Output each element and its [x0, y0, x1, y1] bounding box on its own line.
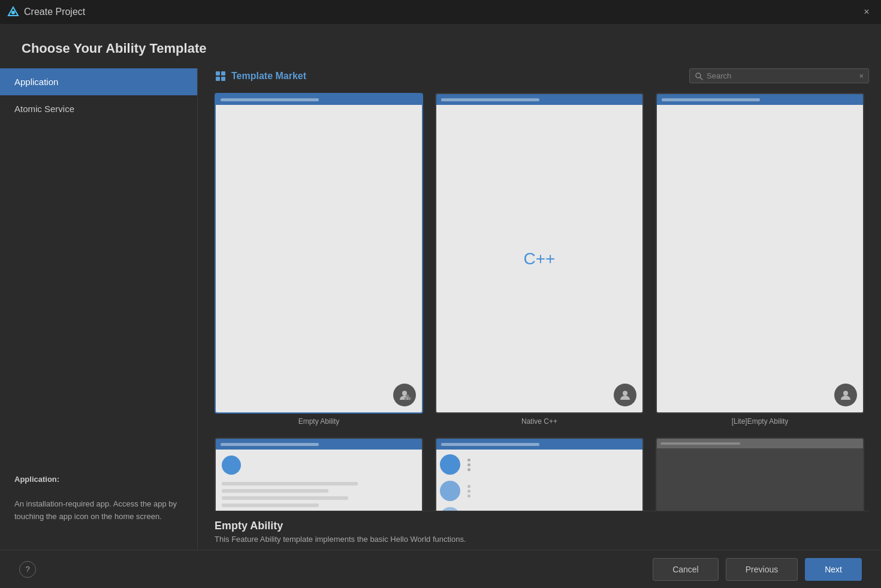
cancel-button[interactable]: Cancel: [653, 558, 719, 581]
right-panel: Template Market ×: [198, 68, 881, 550]
footer-buttons: Cancel Previous Next: [653, 558, 862, 581]
svg-rect-2: [216, 71, 220, 76]
template-card-one-ability[interactable]: One Ability: [215, 438, 423, 511]
template-label-lite-empty: [Lite]Empty Ability: [732, 417, 789, 426]
left-panel: Application Atomic Service Application: …: [0, 68, 198, 550]
selected-template-name: Empty Ability: [215, 520, 869, 532]
left-panel-description: Application: An installation-required ap…: [0, 459, 197, 538]
template-thumb-native-cpp[interactable]: C++: [435, 93, 644, 414]
svg-point-13: [843, 391, 848, 396]
template-thumb-lite-empty[interactable]: [656, 93, 864, 414]
template-card-native-cpp[interactable]: C++: [435, 93, 644, 426]
template-thumb-list-ability[interactable]: [435, 438, 644, 511]
title-bar: Create Project ×: [0, 0, 881, 24]
template-card-lite-empty[interactable]: [Lite]Empty Ability: [656, 93, 864, 426]
template-card-empty-ability[interactable]: Empty Ability: [215, 93, 423, 426]
template-thumb-one-ability[interactable]: [215, 438, 423, 511]
body-area: Application Atomic Service Application: …: [0, 68, 881, 550]
svg-rect-3: [221, 71, 225, 76]
template-thumb-empty-ability[interactable]: [215, 93, 423, 414]
template-card-device-select[interactable]: Device Select: [656, 438, 864, 511]
svg-rect-5: [221, 77, 225, 81]
svg-point-9: [406, 395, 409, 398]
template-label-empty-ability: Empty Ability: [298, 417, 340, 426]
previous-button[interactable]: Previous: [726, 558, 798, 581]
footer: ? Cancel Previous Next: [0, 550, 881, 588]
svg-point-8: [402, 391, 407, 396]
selected-template-description: This Feature Ability template implements…: [215, 535, 869, 544]
svg-point-1: [11, 11, 15, 14]
svg-point-11: [405, 397, 408, 400]
main-window: Create Project × Choose Your Ability Tem…: [0, 0, 881, 588]
template-market-icon: [215, 70, 227, 82]
footer-left: ?: [19, 561, 36, 578]
template-label-native-cpp: Native C++: [521, 417, 557, 426]
content-area: Choose Your Ability Template Application…: [0, 24, 881, 550]
help-button[interactable]: ?: [19, 561, 36, 578]
template-market-label: Template Market: [215, 70, 306, 82]
app-logo-icon: [7, 6, 19, 18]
search-input[interactable]: [707, 71, 855, 80]
template-thumb-device-select[interactable]: [656, 438, 864, 511]
templates-grid: Empty Ability C++: [215, 93, 864, 511]
search-clear-button[interactable]: ×: [859, 71, 864, 80]
svg-line-7: [700, 77, 702, 80]
right-panel-header: Template Market ×: [215, 68, 869, 93]
cpp-label: C++: [524, 249, 556, 269]
svg-point-10: [408, 397, 411, 400]
search-icon: [695, 72, 703, 80]
close-button[interactable]: ×: [859, 5, 874, 19]
title-bar-title: Create Project: [24, 7, 85, 17]
right-panel-inner: Empty Ability C++: [215, 93, 869, 544]
sidebar-item-atomic-service[interactable]: Atomic Service: [0, 95, 197, 122]
page-title: Choose Your Ability Template: [0, 24, 881, 68]
title-bar-left: Create Project: [7, 6, 85, 18]
search-box[interactable]: ×: [689, 68, 869, 83]
next-button[interactable]: Next: [805, 558, 862, 581]
sidebar-item-application[interactable]: Application: [0, 68, 197, 95]
svg-point-12: [623, 391, 627, 396]
templates-scroll[interactable]: Empty Ability C++: [215, 93, 869, 511]
selected-template-info: Empty Ability This Feature Ability templ…: [215, 511, 869, 544]
template-card-list-ability[interactable]: List Ability: [435, 438, 644, 511]
svg-rect-4: [216, 77, 220, 81]
